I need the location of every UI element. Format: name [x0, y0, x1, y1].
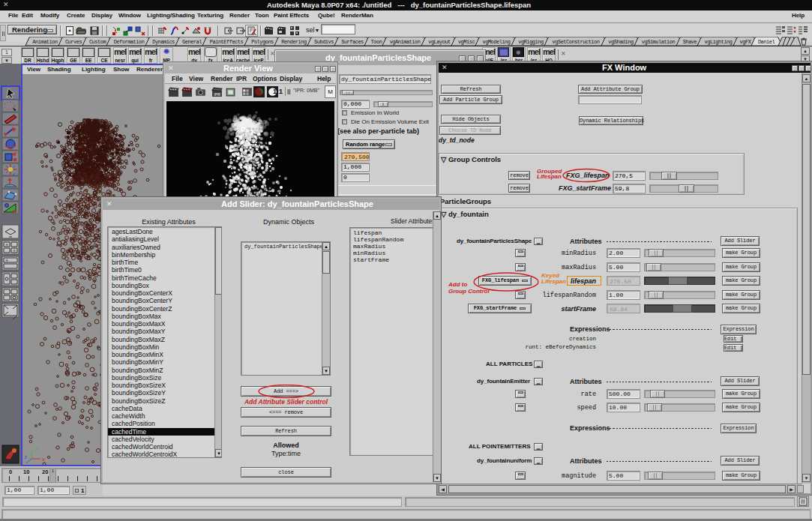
- svg-text:General: General: [182, 39, 202, 45]
- svg-text:vgRigging: vgRigging: [518, 39, 544, 45]
- svg-text:+: +: [5, 258, 8, 263]
- svg-text:Curves: Curves: [65, 39, 82, 45]
- svg-text:+: +: [13, 248, 16, 253]
- svg-text:vgLighting: vgLighting: [704, 39, 732, 45]
- svg-text:vgSetConstruction: vgSetConstruction: [553, 39, 600, 45]
- svg-text:vgSimulation: vgSimulation: [642, 39, 676, 45]
- svg-text:Custom: Custom: [89, 39, 106, 45]
- svg-text:x: x: [42, 456, 45, 463]
- svg-text:PaintEffects: PaintEffects: [210, 39, 244, 45]
- svg-text:Subdivs: Subdivs: [314, 39, 334, 45]
- svg-text:Shave: Shave: [683, 39, 697, 45]
- svg-text:Deformation: Deformation: [114, 39, 145, 45]
- svg-text:vgLayout: vgLayout: [428, 39, 451, 45]
- svg-text:IPR: IPR: [214, 92, 220, 97]
- svg-text:Surfaces: Surfaces: [341, 39, 364, 45]
- svg-text:Toon: Toon: [371, 39, 382, 45]
- svg-text:Animation: Animation: [32, 39, 58, 45]
- svg-text:Polygons: Polygons: [251, 39, 274, 45]
- svg-text:vgAnimation: vgAnimation: [390, 39, 421, 45]
- svg-text:y: y: [34, 445, 37, 451]
- svg-text:+: +: [5, 242, 8, 247]
- svg-text:vgMisc: vgMisc: [458, 39, 475, 45]
- svg-text:z: z: [24, 454, 27, 460]
- svg-text:vgModeling: vgModeling: [482, 39, 510, 45]
- svg-text:vgShading: vgShading: [608, 39, 634, 45]
- svg-text:Daniel: Daniel: [758, 39, 775, 45]
- svg-text:Dynamics: Dynamics: [152, 39, 175, 45]
- svg-text:vgFX: vgFX: [740, 39, 752, 45]
- svg-text:Rendering: Rendering: [281, 39, 307, 45]
